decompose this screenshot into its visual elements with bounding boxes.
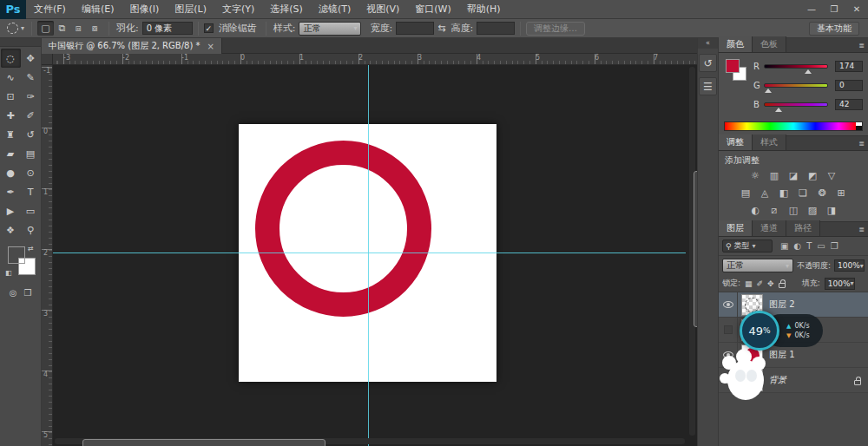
vertical-scrollbar[interactable] bbox=[689, 67, 695, 436]
levels-icon[interactable]: ▥ bbox=[768, 170, 781, 181]
minimize-icon[interactable]: — bbox=[800, 0, 823, 19]
menu-filter[interactable]: 滤镜(T) bbox=[311, 0, 358, 19]
green-slider[interactable] bbox=[764, 83, 828, 88]
height-input[interactable] bbox=[477, 22, 515, 35]
tab-styles[interactable]: 样式 bbox=[753, 134, 786, 150]
tool-path-selection[interactable]: ▶ bbox=[1, 201, 21, 220]
color-balance-icon[interactable]: ◬ bbox=[759, 187, 772, 199]
tab-color[interactable]: 颜色 bbox=[719, 36, 753, 52]
blue-value-input[interactable]: 42 bbox=[835, 99, 863, 110]
menu-select[interactable]: 选择(S) bbox=[262, 0, 311, 19]
restore-icon[interactable]: ❐ bbox=[823, 0, 845, 19]
tool-healing-brush[interactable]: ✚ bbox=[1, 106, 21, 125]
slider-thumb[interactable] bbox=[765, 89, 772, 93]
menu-view[interactable]: 视图(V) bbox=[358, 0, 407, 19]
tool-blur[interactable]: ● bbox=[1, 163, 21, 182]
tab-paths[interactable]: 路径 bbox=[786, 220, 820, 236]
menu-layer[interactable]: 图层(L) bbox=[167, 0, 214, 19]
properties-panel-icon[interactable]: ☰ bbox=[699, 77, 717, 95]
channel-mixer-icon[interactable]: ❂ bbox=[816, 187, 829, 199]
menu-edit[interactable]: 编辑(E) bbox=[74, 0, 122, 19]
tool-pen[interactable]: ✒ bbox=[1, 182, 21, 201]
menu-image[interactable]: 图像(I) bbox=[122, 0, 167, 19]
filter-kind-dropdown[interactable]: ⚲ 类型 ▾ bbox=[722, 239, 773, 253]
expand-dock-icon[interactable]: « bbox=[698, 38, 718, 49]
tool-move[interactable]: ✥ bbox=[21, 49, 41, 68]
tool-elliptical-marquee[interactable]: ◌ bbox=[1, 49, 21, 68]
tab-adjustments[interactable]: 调整 bbox=[719, 134, 753, 150]
photo-filter-icon[interactable]: ❏ bbox=[797, 187, 810, 199]
lock-all-icon[interactable] bbox=[779, 283, 786, 288]
red-slider[interactable] bbox=[764, 64, 828, 69]
tool-zoom[interactable]: ⚲ bbox=[21, 220, 41, 239]
subtract-selection-button[interactable]: ⧈ bbox=[70, 21, 87, 36]
horizontal-guide[interactable] bbox=[53, 253, 686, 253]
color-spectrum-ramp[interactable] bbox=[724, 121, 863, 131]
tool-brush[interactable]: ✐ bbox=[21, 106, 41, 125]
filter-pixel-icon[interactable]: ▣ bbox=[780, 241, 788, 251]
menu-type[interactable]: 文字(Y) bbox=[214, 0, 262, 19]
filter-shape-icon[interactable]: ▭ bbox=[817, 241, 825, 251]
tool-hand[interactable]: ❖ bbox=[1, 220, 21, 239]
intersect-selection-button[interactable]: ⧇ bbox=[87, 21, 103, 36]
black-swatch[interactable] bbox=[856, 126, 862, 130]
layer-name[interactable]: 图层 2 bbox=[769, 298, 795, 311]
default-colors-icon[interactable]: ◧ bbox=[5, 269, 12, 277]
panel-menu-icon[interactable]: ≣ bbox=[858, 226, 865, 233]
scrollbar-thumb[interactable] bbox=[82, 439, 326, 446]
tool-eraser[interactable]: ▰ bbox=[1, 144, 21, 163]
new-selection-button[interactable]: ▢ bbox=[37, 21, 54, 36]
screen-mode-icon[interactable]: ❐ bbox=[23, 288, 31, 298]
close-icon[interactable]: ✕ bbox=[845, 0, 868, 19]
feather-input[interactable]: 0 像素 bbox=[142, 22, 193, 35]
menu-file[interactable]: 文件(F) bbox=[26, 0, 74, 19]
tool-crop[interactable]: ⊡ bbox=[1, 87, 21, 106]
tool-dodge[interactable]: ⊙ bbox=[21, 163, 41, 182]
lock-pixels-icon[interactable]: ✐ bbox=[757, 279, 764, 288]
opacity-input[interactable]: 100% ▾ bbox=[834, 259, 865, 272]
quick-mask-icon[interactable]: ◎ bbox=[10, 288, 17, 298]
ruler-corner[interactable] bbox=[42, 54, 53, 65]
horizontal-scrollbar[interactable] bbox=[55, 438, 685, 444]
tool-rectangle[interactable]: ▭ bbox=[21, 201, 41, 220]
document-tab[interactable]: 中国银行 @ 66.7% (图层 2, RGB/8) * × bbox=[42, 38, 222, 54]
curves-icon[interactable]: ◪ bbox=[787, 170, 800, 181]
menu-window[interactable]: 窗口(W) bbox=[407, 0, 458, 19]
canvas-view[interactable] bbox=[53, 65, 697, 446]
fill-input[interactable]: 100% ▾ bbox=[825, 278, 855, 290]
foreground-color-swatch[interactable] bbox=[726, 59, 740, 73]
width-input[interactable] bbox=[396, 22, 434, 35]
visibility-toggle[interactable] bbox=[719, 292, 738, 318]
link-dimensions-icon[interactable]: ⇆ bbox=[437, 23, 445, 34]
red-value-input[interactable]: 174 bbox=[835, 61, 863, 72]
tool-preset-picker[interactable]: ▾ bbox=[5, 23, 26, 34]
threshold-icon[interactable]: ◫ bbox=[787, 205, 800, 216]
tool-lasso[interactable]: ∿ bbox=[1, 68, 21, 87]
panel-menu-icon[interactable]: ≣ bbox=[858, 42, 865, 49]
lock-transparency-icon[interactable]: ▦ bbox=[745, 279, 753, 288]
workspace-switcher[interactable]: 基本功能 bbox=[809, 22, 859, 36]
lock-position-icon[interactable]: ✥ bbox=[767, 279, 774, 288]
brightness-contrast-icon[interactable]: ☼ bbox=[749, 170, 762, 181]
antialias-checkbox[interactable]: ✓ bbox=[204, 23, 214, 33]
vertical-guide[interactable] bbox=[368, 65, 369, 446]
invert-icon[interactable]: ◐ bbox=[749, 205, 762, 216]
horizontal-ruler[interactable]: -3 -2 -1 0 1 2 3 4 5 6 7 bbox=[53, 54, 697, 65]
swap-colors-icon[interactable]: ⇄ bbox=[28, 245, 34, 253]
add-selection-button[interactable]: ⧉ bbox=[54, 21, 70, 36]
exposure-icon[interactable]: ◩ bbox=[806, 170, 819, 181]
tab-channels[interactable]: 通道 bbox=[753, 220, 786, 236]
selective-color-icon[interactable]: ◨ bbox=[825, 205, 838, 216]
vertical-ruler[interactable]: -1 0 1 2 3 4 5 bbox=[42, 65, 53, 446]
tool-clone-stamp[interactable]: ♜ bbox=[1, 125, 21, 144]
vibrance-icon[interactable]: ▽ bbox=[825, 170, 838, 181]
panel-menu-icon[interactable]: ≣ bbox=[858, 140, 865, 148]
refine-edge-button[interactable]: 调整边缘… bbox=[526, 22, 585, 36]
blend-mode-dropdown[interactable]: 正常 ▾ bbox=[722, 259, 793, 272]
tab-close-icon[interactable]: × bbox=[207, 42, 214, 51]
green-value-input[interactable]: 0 bbox=[835, 80, 863, 91]
menu-help[interactable]: 帮助(H) bbox=[459, 0, 509, 19]
tab-layers[interactable]: 图层 bbox=[719, 220, 753, 236]
history-panel-icon[interactable]: ↺ bbox=[699, 54, 717, 72]
filter-adjustment-icon[interactable]: ◐ bbox=[793, 241, 801, 251]
